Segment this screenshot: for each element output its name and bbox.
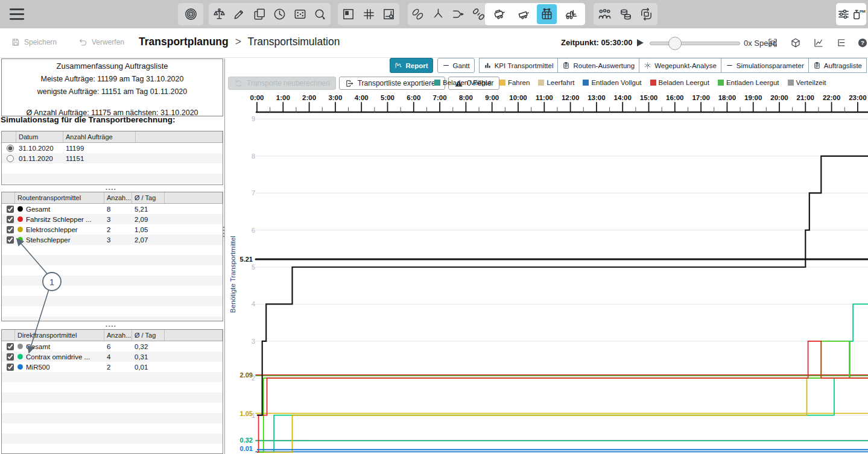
series-visibility-checkbox[interactable] bbox=[7, 353, 14, 361]
column-header[interactable] bbox=[2, 131, 16, 142]
speed-slider-thumb[interactable] bbox=[668, 37, 682, 50]
box-rotation-icon[interactable] bbox=[636, 4, 656, 24]
column-header[interactable]: Routentransportmittel bbox=[15, 192, 104, 203]
direct-transport-row[interactable]: Gesamt60,32 bbox=[2, 341, 223, 352]
tab-kpi-transportmittel[interactable]: KPI Transportmittel bbox=[479, 58, 559, 73]
transport-table-icon[interactable] bbox=[537, 4, 557, 24]
splitter-handle[interactable]: .... bbox=[0, 185, 222, 191]
column-header[interactable] bbox=[165, 330, 223, 341]
route-transport-row[interactable]: Fahrsitz Schlepper ...32,09 bbox=[2, 214, 223, 224]
tree-icon[interactable] bbox=[836, 37, 847, 48]
split-icon[interactable] bbox=[428, 4, 448, 24]
column-header[interactable]: Anzahl Aufträge bbox=[63, 131, 136, 142]
empty-row bbox=[2, 434, 223, 444]
breadcrumb-root[interactable]: Transportplanung bbox=[139, 36, 229, 48]
pmf-icon[interactable]: PMF bbox=[851, 4, 866, 24]
direct-transport-row[interactable]: MiR50020,01 bbox=[2, 362, 223, 372]
matrix-icon[interactable] bbox=[290, 4, 310, 24]
main-toolbar: PMF bbox=[0, 0, 868, 29]
play-button[interactable] bbox=[637, 39, 644, 46]
svg-text:6:00: 6:00 bbox=[407, 94, 420, 101]
series-avg-per-day: 0,32 bbox=[132, 343, 165, 350]
people-icon[interactable] bbox=[595, 4, 615, 24]
series-count: 2 bbox=[104, 226, 132, 233]
coins-icon[interactable] bbox=[616, 4, 636, 24]
toolbar-group bbox=[209, 3, 331, 25]
help-icon[interactable]: ? bbox=[857, 37, 868, 48]
forklift-icon[interactable] bbox=[561, 4, 581, 24]
tab-label: Wegepunkt-Analyse bbox=[654, 62, 717, 69]
series-visibility-checkbox[interactable] bbox=[7, 226, 14, 233]
column-header[interactable]: Ø / Tag bbox=[132, 192, 165, 203]
route-transport-row[interactable]: Elektroschlepper21,05 bbox=[2, 224, 223, 235]
series-visibility-checkbox[interactable] bbox=[7, 216, 14, 223]
route-transport-row[interactable]: Stehschlepper32,07 bbox=[2, 235, 223, 245]
svg-text:7:00: 7:00 bbox=[433, 94, 447, 101]
toolbar-group bbox=[178, 3, 203, 25]
summary-line-min: wenigste Aufträge: 11151 am Tag 01.11.20… bbox=[2, 87, 223, 96]
pencil-icon[interactable] bbox=[229, 4, 249, 24]
tugger-empty-icon[interactable] bbox=[513, 4, 533, 24]
tab-auftragsliste[interactable]: Auftragsliste bbox=[808, 58, 867, 73]
column-header[interactable]: Ø / Tag bbox=[132, 330, 165, 341]
tab-wegepunkt-analyse[interactable]: Wegepunkt-Analyse bbox=[639, 58, 721, 73]
column-header[interactable] bbox=[165, 192, 223, 203]
discard-button[interactable]: Verwerfen bbox=[78, 37, 124, 47]
svg-text:2.09: 2.09 bbox=[240, 371, 253, 379]
speed-slider[interactable] bbox=[650, 42, 740, 45]
column-header[interactable] bbox=[2, 330, 15, 341]
layers-icon[interactable] bbox=[250, 4, 270, 24]
tab-simulationsparameter[interactable]: Simulationsparameter bbox=[721, 58, 809, 73]
direct-transport-row[interactable]: Contrax omnidrive ...40,31 bbox=[2, 352, 223, 362]
clock-icon[interactable] bbox=[270, 4, 290, 24]
column-header[interactable] bbox=[136, 131, 223, 142]
splitter-handle[interactable]: .... bbox=[0, 322, 222, 327]
series-color-dot bbox=[17, 364, 23, 370]
tab-routen-auswertung[interactable]: Routen-Auswertung bbox=[557, 58, 639, 73]
series-visibility-checkbox[interactable] bbox=[7, 206, 14, 213]
empty-row bbox=[2, 296, 223, 306]
scale-icon[interactable] bbox=[209, 4, 229, 24]
legend-swatch bbox=[434, 80, 440, 86]
series-visibility-checkbox[interactable] bbox=[7, 236, 14, 244]
series-visibility-checkbox[interactable] bbox=[7, 364, 14, 371]
grid-icon[interactable] bbox=[359, 4, 379, 24]
day-radio[interactable] bbox=[7, 155, 14, 162]
layout-free-icon[interactable] bbox=[379, 4, 399, 24]
column-header[interactable]: Datum bbox=[16, 131, 63, 142]
transportliste-exportieren-button[interactable]: Transportliste exportieren bbox=[339, 77, 446, 90]
cube-icon[interactable] bbox=[790, 37, 801, 48]
tab-gantt[interactable]: Gantt bbox=[437, 58, 475, 73]
column-header[interactable]: Anzah... bbox=[104, 330, 132, 341]
search-rotate-icon[interactable] bbox=[310, 4, 330, 24]
column-header[interactable]: Anzah... bbox=[104, 192, 132, 203]
panel-splitter-handle[interactable]: ···· bbox=[223, 226, 227, 238]
day-radio[interactable] bbox=[7, 145, 14, 152]
chart2-icon[interactable] bbox=[813, 37, 824, 48]
menu-icon[interactable] bbox=[10, 8, 24, 20]
frame-icon[interactable] bbox=[767, 37, 778, 48]
series-avg-per-day: 1,05 bbox=[132, 226, 165, 233]
merge-icon[interactable] bbox=[448, 4, 468, 24]
day-row[interactable]: 01.11.202011151 bbox=[2, 153, 223, 163]
column-header[interactable]: Direkttransportmittel bbox=[15, 330, 104, 341]
column-header[interactable] bbox=[2, 192, 15, 203]
day-row[interactable]: 31.10.202011199 bbox=[2, 143, 223, 153]
route-transport-row[interactable]: Gesamt85,21 bbox=[2, 204, 223, 214]
transporte-neuberechnen-button[interactable]: Transporte neuberechnen bbox=[228, 77, 336, 90]
link-icon[interactable] bbox=[408, 4, 428, 24]
button-label: Transporte neuberechnen bbox=[247, 79, 330, 87]
timepoint-label: Zeitpunkt: 05:30:00 bbox=[561, 38, 632, 47]
sliders-icon[interactable] bbox=[836, 4, 851, 24]
tugger-load-icon[interactable] bbox=[489, 4, 509, 24]
series-label: MiR500 bbox=[26, 364, 50, 371]
series-visibility-checkbox[interactable] bbox=[7, 343, 14, 350]
svg-text:4: 4 bbox=[252, 300, 255, 307]
save-button[interactable]: Speichern bbox=[11, 37, 57, 47]
transport-report-chart: 1234567890:001:002:003:004:005:006:007:0… bbox=[227, 93, 868, 454]
svg-text:3:00: 3:00 bbox=[328, 94, 342, 101]
left-panel: Zusammenfassung Auftragsliste Meiste Auf… bbox=[0, 58, 225, 454]
tab-report[interactable]: Report bbox=[390, 58, 432, 73]
layout-left-icon[interactable] bbox=[338, 4, 358, 24]
spiral-icon[interactable] bbox=[181, 4, 201, 24]
